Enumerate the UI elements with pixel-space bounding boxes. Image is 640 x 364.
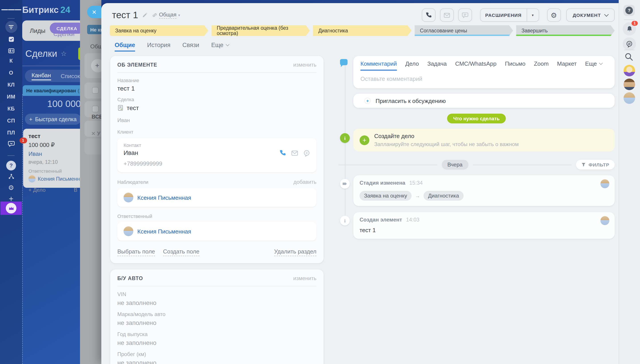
sidebar-item-kl[interactable]: КЛ [0,82,22,88]
network-button[interactable] [0,173,22,182]
messenger-button[interactable] [623,37,636,50]
plus-icon: + [365,98,370,104]
field-value-deal[interactable]: тест [127,104,139,112]
field-label-vin: VIN [117,291,316,298]
slider-settings-button[interactable]: ⚙ [547,8,561,22]
chevron-down-icon [226,42,229,46]
field-value-vin: не заполнено [117,299,316,306]
observer-link[interactable]: Ксения Письменная [137,194,191,201]
tab-list[interactable]: Список [61,72,80,79]
tab-eshche[interactable]: Еще [211,42,229,52]
tab-zadacha[interactable]: Задача [427,60,447,70]
email-button[interactable] [440,8,454,22]
edit-section-link[interactable]: изменить [293,275,316,282]
responsible-label: Ответственный [29,168,80,174]
comment-bubble-icon [340,59,348,65]
tab-kommentariy[interactable]: Комментарий [360,60,397,70]
favorite-star-icon[interactable]: ☆ [61,50,67,58]
search-button[interactable] [624,52,633,63]
tab-more[interactable]: Еще [585,60,602,70]
call-button[interactable] [422,8,436,22]
stage-predvaritelnaya[interactable]: Предварительная оценка (без осмотра) [211,25,310,36]
tab-istoriya[interactable]: История [147,42,170,52]
document-button[interactable]: ДОКУМЕНТ [566,8,615,22]
user-avatar[interactable] [623,78,635,90]
tab-obshchie[interactable]: Общие [115,42,135,52]
sidebar-item-o[interactable]: О [0,70,22,76]
sidebar-item-pl[interactable]: ПЛ [0,130,22,136]
quick-add-deal-button[interactable]: + Быстрая сделка [25,114,80,125]
messenger-icon[interactable] [303,150,310,157]
menu-hamburger-icon[interactable] [0,8,22,11]
app-logo[interactable]: Битрикс24 [22,5,70,15]
select-field-link[interactable]: Выбрать поле [117,248,155,256]
chat-button[interactable] [458,8,472,22]
timeline-event-card[interactable]: Стадия изменена 15:34 Заявка на оценку →… [353,175,615,206]
timeline-event-card[interactable]: Создан элемент 14:03 тест 1 [353,212,615,239]
user-avatar[interactable] [623,65,635,76]
responsible-link[interactable]: Ксения Письменная [137,228,191,234]
timeline-column: Комментарий Дело Задача СМС/WhatsApp Пис… [338,56,615,245]
tab-pismo[interactable]: Письмо [505,60,525,70]
notifications-button[interactable]: 1 [623,22,636,36]
extensions-split-button[interactable]: РАСШИРЕНИЯ ▾ [480,8,539,22]
edit-section-link[interactable]: изменить [293,62,316,68]
pipeline-selector[interactable]: Общая ▾ [152,12,180,19]
section-title: ОБ ЭЛЕМЕНТЕ [117,62,157,68]
close-slider-button[interactable]: ✕ [87,6,101,18]
phone-icon[interactable] [279,150,286,157]
rail-divider [624,20,635,20]
kanban-column-header[interactable]: Не квалифицирован (1) [23,85,80,96]
tab-sms-wh[interactable]: СМС/WhatsApp [455,60,496,70]
add-activity-button[interactable]: + [360,135,369,145]
tab-svyazi[interactable]: Связи [182,42,199,52]
edit-pencil-icon[interactable] [142,12,147,18]
sidebar-item-crm[interactable] [0,21,22,33]
stage-soglasovanie[interactable]: Согласование цены [415,25,513,36]
chevron-down-icon: ▾ [178,13,180,17]
tab-zoom[interactable]: Zoom [534,60,548,70]
tab-delo[interactable]: Дело [405,60,419,70]
what-to-do-pill[interactable]: Что нужно сделать [447,114,506,124]
tab-market[interactable]: Маркет [557,60,577,70]
delete-section-link[interactable]: Удалить раздел [274,248,316,256]
funnel-icon [5,21,17,33]
sidebar-item-k[interactable]: К [0,58,22,64]
settings-button[interactable]: ⚙ [0,184,22,192]
sidebar-item-tasks[interactable] [0,36,22,44]
funnel-button-clipped[interactable] [78,48,80,60]
contact-card[interactable]: Контакт Иван [117,138,316,172]
add-todo-link[interactable]: + Дело [29,187,46,193]
deal-card-client-link[interactable]: Иван [29,150,80,157]
invite-to-discussion[interactable]: + Пригласить к обсуждению [353,94,615,108]
sidebar-item-contacts[interactable] [0,48,22,56]
stage-zayavka[interactable]: Заявка на оценку [110,25,208,36]
add-observer-link[interactable]: добавить [293,179,316,185]
tab-kanban[interactable]: Канбан [32,72,51,80]
sidebar-item-sp[interactable]: СП [0,118,22,124]
sidebar-item-kb[interactable]: КБ [0,106,22,112]
sidebar-item-messenger[interactable]: 1 [0,140,22,149]
event-time: 14:03 [406,216,419,223]
sidebar-item-premium[interactable] [1,202,22,215]
filter-button[interactable]: ФИЛЬТР [576,160,615,170]
extensions-dropdown-caret[interactable]: ▾ [527,9,538,21]
invite-row: + Пригласить к обсуждению [338,94,615,114]
card-footer-fragment: В [74,187,77,193]
event-body: тест 1 [360,227,608,234]
stage-diagnostika[interactable]: Диагностика [313,25,411,36]
create-activity-card[interactable]: + Создайте дело Запланируйте следующий ш… [353,129,615,151]
stage-zavershit[interactable]: Завершить [516,25,615,36]
sidebar-item-im[interactable]: ИМ [0,94,22,100]
mail-icon[interactable] [291,150,298,157]
responsible-link[interactable]: Ксения Письменная [38,176,80,182]
deal-card[interactable]: тест 100 000 ₽ Иван вчера, 12:10 Ответст… [23,129,80,188]
field-value-name: тест 1 [117,85,316,92]
create-field-link[interactable]: Создать поле [163,248,199,256]
kanban-board: Битрикс24 Лиды Сделки СДЕЛКА Сделки ☆ Ка… [22,0,80,364]
comment-input[interactable]: Оставьте комментарий [360,70,607,88]
help-button[interactable]: ? [623,5,635,16]
user-avatar[interactable] [623,92,635,104]
field-label-deal: Сделка [117,97,316,102]
help-button[interactable]: ? [0,161,22,170]
